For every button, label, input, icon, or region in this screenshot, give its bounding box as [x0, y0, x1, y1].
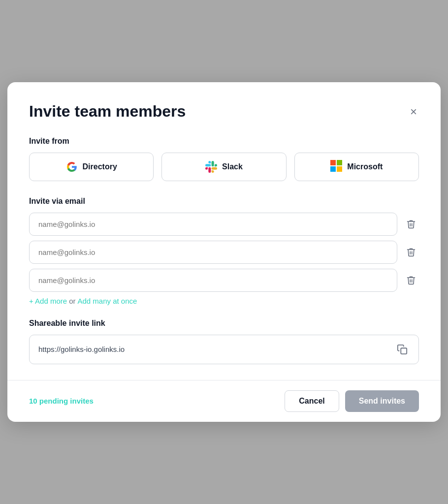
- modal-header: Invite team members ×: [29, 102, 419, 121]
- shareable-link-section: Shareable invite link https://golinks-io…: [29, 319, 419, 364]
- invite-email-section: Invite via email: [29, 197, 419, 305]
- invite-from-buttons: Directory: [29, 153, 419, 181]
- close-button[interactable]: ×: [408, 104, 419, 120]
- microsoft-icon: [330, 160, 342, 174]
- invite-from-label: Invite from: [29, 137, 419, 146]
- slack-button-label: Slack: [222, 162, 243, 171]
- add-more-button[interactable]: + Add more: [29, 297, 67, 305]
- copy-icon: [397, 344, 408, 355]
- svg-rect-0: [330, 160, 336, 165]
- invite-from-section: Invite from Directory: [29, 137, 419, 181]
- svg-rect-3: [337, 166, 342, 172]
- close-icon: ×: [410, 105, 417, 118]
- modal-footer: 10 pending invites Cancel Send invites: [7, 380, 441, 422]
- pending-invites-count: 10 pending invites: [29, 397, 94, 405]
- send-invites-button[interactable]: Send invites: [345, 390, 419, 412]
- add-more-row: + Add more or Add many at once: [29, 297, 419, 305]
- cancel-button[interactable]: Cancel: [285, 390, 339, 412]
- shareable-link-row: https://golinks-io.golinks.io: [29, 335, 419, 364]
- trash-icon: [406, 219, 416, 229]
- svg-rect-2: [330, 166, 336, 172]
- delete-email-2-button[interactable]: [403, 244, 419, 260]
- email-input-2[interactable]: [29, 241, 397, 264]
- copy-link-button[interactable]: [395, 342, 410, 357]
- slack-icon: [205, 161, 217, 173]
- footer-buttons: Cancel Send invites: [285, 390, 419, 412]
- delete-email-1-button[interactable]: [403, 216, 419, 232]
- microsoft-button-label: Microsoft: [347, 162, 383, 171]
- modal-title: Invite team members: [29, 102, 186, 121]
- svg-rect-4: [401, 348, 407, 354]
- modal-overlay: Invite team members × Invite from: [0, 0, 448, 504]
- email-input-3[interactable]: [29, 269, 397, 292]
- email-input-1[interactable]: [29, 213, 397, 236]
- invite-modal: Invite team members × Invite from: [7, 82, 441, 421]
- shareable-link-value: https://golinks-io.golinks.io: [38, 345, 395, 353]
- google-directory-button[interactable]: Directory: [29, 153, 154, 181]
- email-row-3: [29, 269, 419, 292]
- email-row-1: [29, 213, 419, 236]
- or-text: or: [69, 297, 75, 305]
- google-icon: [66, 161, 78, 173]
- shareable-link-label: Shareable invite link: [29, 319, 419, 328]
- trash-icon: [406, 275, 416, 285]
- invite-email-label: Invite via email: [29, 197, 419, 206]
- add-many-button[interactable]: Add many at once: [77, 297, 137, 305]
- google-button-label: Directory: [83, 162, 117, 171]
- trash-icon: [406, 247, 416, 257]
- slack-button[interactable]: Slack: [161, 153, 286, 181]
- delete-email-3-button[interactable]: [403, 272, 419, 288]
- email-row-2: [29, 241, 419, 264]
- svg-rect-1: [337, 160, 342, 165]
- microsoft-button[interactable]: Microsoft: [294, 153, 419, 181]
